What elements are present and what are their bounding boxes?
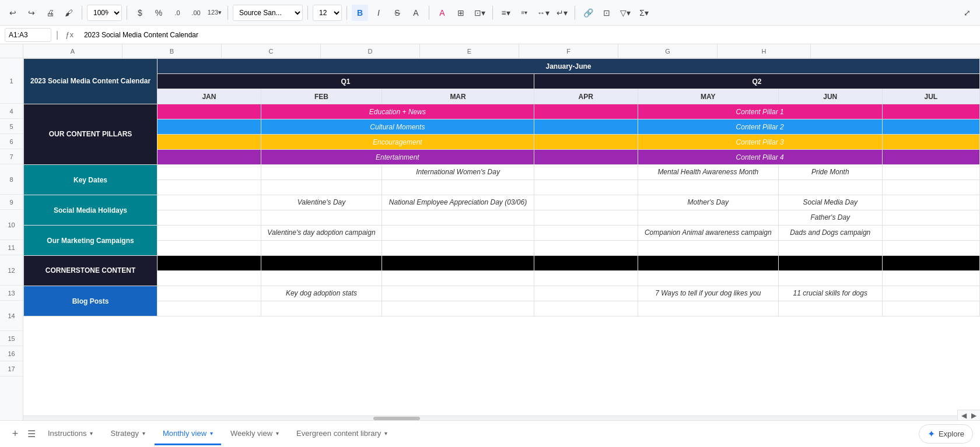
col-header-b[interactable]: B (123, 44, 222, 58)
cs-d14 (382, 256, 534, 271)
tab-evergreen[interactable]: Evergreen content library ▾ (288, 423, 396, 445)
text-wrapping-button[interactable]: ↵▾ (554, 5, 570, 21)
row-7-num: 7 (0, 149, 23, 164)
empty-d15 (382, 271, 534, 286)
row-14-num: 14 (0, 301, 23, 331)
link-button[interactable]: 🔗 (580, 5, 596, 21)
may-header: MAY (638, 89, 778, 104)
tab-weekly-view[interactable]: Weekly view ▾ (222, 423, 287, 445)
tab-instructions[interactable]: Instructions ▾ (40, 423, 101, 445)
maximize-button[interactable]: ⤢ (959, 5, 975, 21)
scroll-thumb[interactable] (373, 417, 420, 420)
cell-reference[interactable]: A1:A3 (5, 28, 51, 42)
zoom-select[interactable]: 100% (87, 5, 122, 21)
print-button[interactable]: 🖨 (42, 5, 58, 21)
col-header-h[interactable]: H (718, 44, 811, 58)
social-apr-2 (534, 210, 638, 226)
data-table: 2023 Social Media Content Calendar Janua… (23, 58, 980, 316)
case-button[interactable]: A (408, 5, 424, 21)
social-mar-2 (382, 210, 534, 226)
table-row (24, 301, 980, 316)
function-button[interactable]: Σ▾ (636, 5, 652, 21)
decimal-zero-button[interactable]: .00 (188, 5, 204, 21)
promo-jun (778, 301, 882, 316)
col-header-e[interactable]: E (420, 44, 519, 58)
empty-e15 (534, 271, 638, 286)
col-header-c[interactable]: C (222, 44, 321, 58)
font-select[interactable]: Source San... (233, 5, 303, 21)
grid-content: 2023 Social Media Content Calendar Janua… (23, 58, 980, 420)
row-16-num: 16 (0, 346, 23, 361)
horizontal-scrollbar[interactable] (23, 416, 980, 420)
col-header-f[interactable]: F (519, 44, 618, 58)
blog-may: 7 Ways to tell if your dog likes you (638, 286, 778, 301)
blog-jan (158, 286, 261, 301)
halign-button[interactable]: ≡▾ (498, 5, 514, 21)
dollar-button[interactable]: $ (132, 5, 148, 21)
format-number-button[interactable]: 123▾ (206, 5, 223, 21)
divider-6 (429, 6, 429, 20)
formula-separator: | (56, 30, 58, 40)
explore-button[interactable]: ✦ Explore (919, 424, 973, 444)
col-header-g[interactable]: G (618, 44, 718, 58)
empty-f15 (638, 271, 778, 286)
pillar3-jan (158, 135, 261, 150)
add-sheet-button[interactable]: + (7, 426, 23, 442)
spreadsheet: A B C D E F G H 1 2 3 4 5 6 7 8 9 10 11 … (0, 44, 980, 420)
redo-button[interactable]: ↪ (23, 5, 40, 21)
social-media-label: Social Media Holidays (24, 195, 158, 226)
empty-b15 (158, 271, 261, 286)
pillar2-q2: Content Pillar 2 (638, 119, 882, 135)
borders-button[interactable]: ⊞ (453, 5, 469, 21)
percent-button[interactable]: % (150, 5, 167, 21)
promo-may (638, 301, 778, 316)
empty-f13 (638, 241, 778, 256)
key-dates-label: Key Dates (24, 165, 158, 195)
insert-chart-button[interactable]: ⊡ (598, 5, 615, 21)
decimal-point-button[interactable]: .0 (169, 5, 186, 21)
col-header-a[interactable]: A (23, 44, 123, 58)
formula-input[interactable] (80, 28, 975, 42)
cs-b14 (158, 256, 261, 271)
empty-b13 (158, 241, 261, 256)
campaigns-label: Our Marketing Campaigns (24, 226, 158, 256)
italic-button[interactable]: I (370, 5, 387, 21)
font-size-select[interactable]: 12 (313, 5, 342, 21)
tab-monthly-view[interactable]: Monthly view ▾ (155, 423, 221, 445)
table-row: Key Dates International Women's Day Ment… (24, 165, 980, 180)
blog-mar (382, 286, 534, 301)
filter-button[interactable]: ▽▾ (617, 5, 634, 21)
q2-header: Q2 (534, 74, 979, 89)
pillar3-apr (534, 135, 638, 150)
row-num-header (0, 44, 23, 58)
header-january-june: January-June (158, 59, 980, 74)
tab-strategy[interactable]: Strategy ▾ (102, 423, 153, 445)
table-row: OUR CONTENT PILLARS Education + News Con… (24, 104, 980, 119)
row-6-num: 6 (0, 134, 23, 149)
pillar3-q1: Encouragement (261, 135, 534, 150)
merge-button[interactable]: ⊡▾ (471, 5, 488, 21)
row-12-num: 12 (0, 255, 23, 286)
empty-c13 (261, 241, 382, 256)
pillar1-jul (882, 104, 979, 119)
sheet-menu-button[interactable]: ☰ (23, 426, 40, 442)
text-rotation-button[interactable]: ↔▾ (535, 5, 551, 21)
col-header-d[interactable]: D (321, 44, 420, 58)
apr-header: APR (534, 89, 638, 104)
row-1-num: 1 (0, 58, 23, 104)
valign-button[interactable]: ≡▾ (516, 5, 533, 21)
strikethrough-button[interactable]: S (389, 5, 405, 21)
fill-color-button[interactable]: A (434, 5, 450, 21)
campaign-jul-1 (882, 226, 979, 241)
bold-button[interactable]: B (352, 5, 368, 21)
scroll-right-button[interactable]: ▶ (970, 411, 978, 420)
paint-format-button[interactable]: 🖌 (61, 5, 77, 21)
undo-button[interactable]: ↩ (5, 5, 21, 21)
scroll-left-button[interactable]: ◀ (960, 411, 968, 420)
campaign-mar-1 (382, 226, 534, 241)
divider-7 (492, 6, 493, 20)
row-5-num: 5 (0, 119, 23, 134)
social-jun: Social Media Day (778, 195, 882, 210)
key-may: Mental Health Awareness Month (638, 165, 778, 180)
explore-label: Explore (939, 430, 964, 438)
